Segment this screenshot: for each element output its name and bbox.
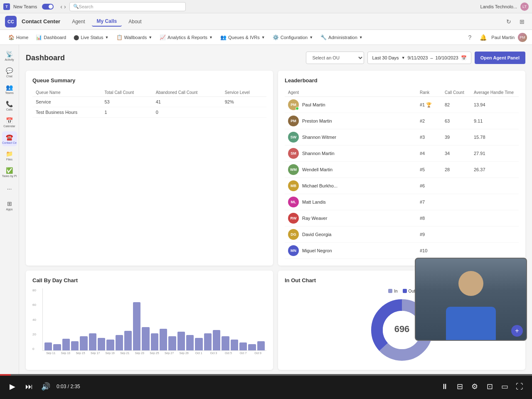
- agent-cell: DG David Georgia: [288, 229, 420, 240]
- agent-name: Ray Weaver: [302, 216, 327, 221]
- agent-cell: PM Preston Martin: [288, 116, 420, 126]
- os-avatar[interactable]: LT: [520, 2, 529, 11]
- col-abandoned: Abandoned Call Count: [153, 89, 222, 97]
- leaderboard-title: Leaderboard: [285, 77, 519, 84]
- call-count: 28: [445, 167, 474, 172]
- bar: [231, 340, 238, 350]
- bar: [168, 336, 176, 350]
- agent-rank: #9: [420, 232, 445, 237]
- sidebar-item-chat[interactable]: 💬 Chat: [2, 65, 17, 80]
- sidebar-label-apps: Apps: [6, 208, 13, 211]
- nav-analytics[interactable]: 📈 Analytics & Reports ▼: [156, 33, 216, 42]
- nav-dashboard-label: Dashboard: [44, 35, 66, 40]
- progress-bar-container[interactable]: [0, 374, 532, 376]
- back-icon[interactable]: ‹: [60, 3, 62, 10]
- video-plus-button[interactable]: +: [511, 325, 523, 337]
- list-item: MB Michael Burkho... #6: [285, 178, 519, 194]
- os-nav: ‹ ›: [60, 3, 66, 10]
- bar: [248, 344, 256, 350]
- sidebar-item-activity[interactable]: 📡 Activity: [2, 48, 17, 63]
- person-head: [458, 271, 483, 296]
- agent-name: Matt Landis: [302, 200, 326, 204]
- date-range-picker[interactable]: Last 30 Days ▼ 9/11/2023 – 10/10/2023 📅: [367, 52, 471, 64]
- play-button[interactable]: ▶: [7, 381, 18, 392]
- list-item: PM Preston Martin #2 63 9.11: [285, 113, 519, 129]
- nav-live-status[interactable]: ⬤ Live Status ▼: [70, 33, 112, 42]
- sidebar-item-more[interactable]: ···: [2, 181, 17, 196]
- sidebar-item-calendar[interactable]: 📅 Calendar: [2, 115, 17, 130]
- open-agent-panel-button[interactable]: Open Agent Panel: [475, 52, 525, 64]
- pip-button[interactable]: ⊡: [484, 381, 495, 392]
- os-bar-right: Landis Technolo... LT: [480, 2, 529, 11]
- nav-administration[interactable]: 🔧 Administration ▼: [317, 33, 366, 42]
- video-overlay: +: [415, 258, 527, 341]
- y-label-0: 0: [32, 347, 36, 351]
- lb-col-agent: Agent: [288, 90, 420, 95]
- nav-queues[interactable]: 👥 Queues & IVRs ▼: [217, 33, 268, 42]
- sidebar-item-files[interactable]: 📁 Files: [2, 148, 17, 163]
- bar: [213, 330, 220, 350]
- tasks-icon: ✅: [6, 167, 13, 174]
- legend-out-dot: [403, 289, 407, 293]
- bell-icon[interactable]: 🔔: [478, 32, 488, 42]
- leaderboard-rows: PM Paul Martin #1 🏆 82 13.94 PM Preston …: [285, 97, 519, 259]
- calendar-icon-small: 📅: [461, 55, 467, 61]
- nav-home[interactable]: 🏠 Home: [5, 33, 32, 42]
- tab-my-calls[interactable]: My Calls: [92, 17, 122, 27]
- table-row: Service 53 41 92%: [32, 97, 266, 107]
- bar: [44, 342, 52, 350]
- search-bar[interactable]: 🔍 Search: [69, 2, 186, 11]
- app-tabs: CC Contact Center Agent My Calls About ↻…: [0, 13, 532, 30]
- call-count: 82: [445, 102, 474, 107]
- agent-cell: SM Shannon Martin: [288, 148, 420, 159]
- volume-button[interactable]: 🔊: [40, 381, 52, 392]
- wallboards-icon: 📋: [116, 34, 123, 40]
- nav-admin-arrow: ▼: [359, 35, 363, 39]
- handle-time: 9.11: [474, 118, 515, 123]
- list-item: PM Paul Martin #1 🏆 82 13.94: [285, 97, 519, 113]
- tab-about[interactable]: About: [123, 17, 146, 26]
- service-level: 92%: [222, 97, 266, 107]
- sidebar-item-calls[interactable]: 📞 Calls: [2, 98, 17, 113]
- time-display: 0:03 / 2:35: [57, 384, 80, 389]
- bar: [151, 333, 158, 350]
- nav-dashboard[interactable]: 📊 Dashboard: [32, 33, 69, 42]
- captions-button[interactable]: ⊟: [454, 381, 466, 392]
- teams-icon: 👥: [6, 84, 13, 91]
- sidebar-item-contact-center[interactable]: ☎️ Contact Ce: [2, 131, 17, 146]
- nav-wallboards[interactable]: 📋 Wallboards ▼: [113, 33, 156, 42]
- agent-rank: #1 🏆: [420, 102, 445, 108]
- bar: [80, 336, 87, 350]
- help-icon[interactable]: ?: [465, 32, 475, 42]
- settings-button[interactable]: ⚙: [469, 381, 480, 392]
- list-item: MN Miguel Negron #10: [285, 243, 519, 259]
- bar-label: Sep 17: [89, 352, 102, 355]
- list-item: DG David Georgia #9: [285, 227, 519, 243]
- leaderboard-header: Agent Rank Call Count Average Handle Tim…: [285, 89, 519, 97]
- list-item: ML Matt Landis #7: [285, 194, 519, 210]
- nav-avatar[interactable]: PM: [518, 33, 527, 42]
- total-call-count: 1: [101, 107, 152, 118]
- expand-icon[interactable]: ⊞: [517, 17, 527, 27]
- bar-chart: [42, 288, 266, 351]
- sidebar-item-teams[interactable]: 👥 Teams: [2, 81, 17, 96]
- toggle-switch[interactable]: [42, 4, 54, 10]
- nav-configuration[interactable]: ⚙️ Configuration ▼: [269, 33, 316, 42]
- select-ou-dropdown[interactable]: Select an OU: [306, 52, 364, 64]
- avatar: RW: [288, 213, 299, 224]
- sidebar-item-tasks[interactable]: ✅ Tasks by Pi: [2, 165, 17, 180]
- call-count: 34: [445, 151, 474, 156]
- forward-icon[interactable]: ›: [64, 3, 66, 10]
- nav-wallboards-label: Wallboards: [124, 35, 147, 40]
- fullscreen-button[interactable]: ⛶: [514, 381, 525, 392]
- refresh-icon[interactable]: ↻: [504, 17, 514, 27]
- live-status-icon: ⬤: [74, 34, 79, 40]
- skip-button[interactable]: ⏭: [23, 381, 35, 392]
- theater-button[interactable]: ▭: [499, 381, 510, 392]
- nav-admin-label: Administration: [328, 35, 357, 40]
- bar: [53, 344, 61, 350]
- tab-agent[interactable]: Agent: [67, 17, 90, 26]
- pause-button[interactable]: ⏸: [439, 381, 451, 392]
- avatar: ML: [288, 197, 299, 207]
- sidebar-item-apps[interactable]: ⊞ Apps: [2, 198, 17, 213]
